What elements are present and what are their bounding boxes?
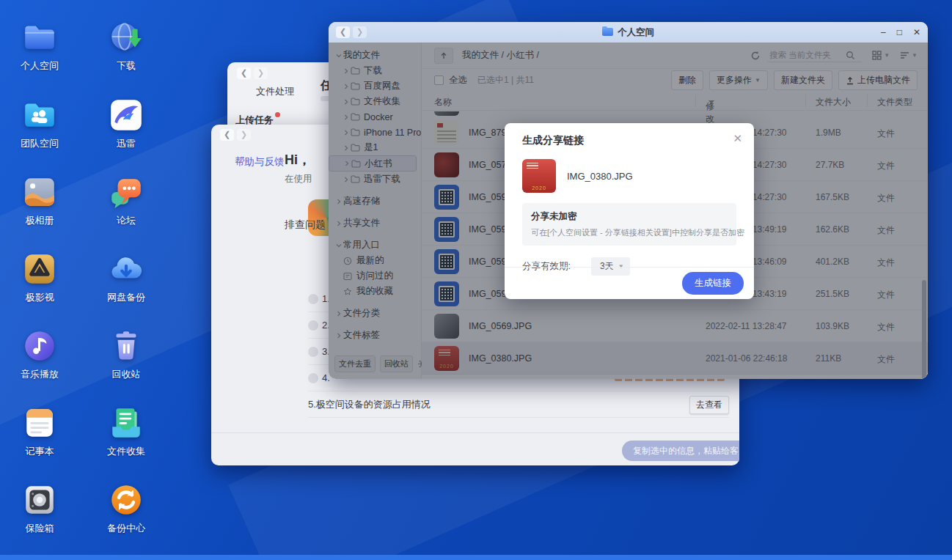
desktop-icon-photos[interactable]: 极相册 [6, 174, 73, 227]
share-file-name: IMG_0380.JPG [567, 171, 633, 182]
help-greeting: Hi， [285, 151, 311, 169]
forum-icon [92, 174, 160, 210]
status-circle-icon [308, 320, 318, 331]
window-personal-space: ❮ ❯ 个人空间 – □ ✕ 我的文件下载百度网盘文件收集DockeriPhon… [329, 22, 928, 379]
desktop-icon-label: 团队空间 [6, 137, 73, 150]
desktop-icon-label: 记事本 [6, 445, 73, 458]
back-button[interactable]: ❮ [220, 129, 234, 141]
forward-button[interactable]: ❯ [237, 129, 251, 141]
go-view-button[interactable]: 去查看 [689, 396, 729, 414]
help-item-label: 5.极空间设备的资源占用情况 [308, 398, 431, 411]
divider [211, 432, 739, 433]
desktop-icon-label: 保险箱 [6, 522, 73, 535]
desktop-icon-label: 网盘备份 [92, 291, 160, 304]
help-greeting-sub: 在使用 [285, 173, 312, 185]
back-button[interactable]: ❮ [237, 67, 251, 79]
personal-space-icon [6, 19, 73, 56]
status-circle-icon [308, 347, 318, 357]
file-thumbnail [522, 159, 556, 193]
movies-icon [6, 251, 73, 287]
desktop-icon-xunlei[interactable]: 迅雷 [92, 97, 160, 150]
share-link-dialog: 生成分享链接 ✕ IMG_0380.JPG 分享未加密 可在[个人空间设置 - … [505, 123, 754, 299]
help-item-5.: 5.极空间设备的资源占用情况去查看 [308, 391, 729, 418]
desktop-icon-notes[interactable]: 记事本 [6, 405, 73, 458]
backup-center-icon [92, 482, 160, 518]
desktop-icon-label: 下载 [92, 59, 160, 73]
desktop-icon-label: 备份中心 [92, 522, 160, 535]
status-circle-icon [308, 373, 318, 383]
desktop-icon-safe[interactable]: 保险箱 [6, 482, 73, 535]
file-collect-icon [92, 405, 160, 441]
status-circle-icon [308, 294, 318, 304]
close-icon[interactable]: ✕ [733, 132, 742, 145]
folder-icon [602, 28, 613, 36]
desktop-icon-label: 回收站 [92, 368, 160, 381]
notes-icon [6, 405, 73, 441]
team-space-icon [6, 97, 73, 133]
recycle-bin-icon [92, 328, 160, 364]
desktop-icon-recycle-bin[interactable]: 回收站 [92, 328, 160, 381]
window-title: 个人空间 [329, 26, 928, 39]
encryption-notice: 分享未加密 可在[个人空间设置 - 分享链接相关设置]中控制分享是否加密 [522, 203, 736, 246]
desktop-icon-personal-space[interactable]: 个人空间 [6, 19, 73, 73]
sidebar-item-help-feedback[interactable]: 帮助与反馈 [235, 155, 285, 169]
notification-dot [275, 112, 280, 117]
desktop-icon-music[interactable]: 音乐播放 [6, 328, 73, 381]
help-section-title: 排查问题 [285, 218, 326, 232]
close-button[interactable]: ✕ [913, 22, 920, 43]
desktop-icon-movies[interactable]: 极影视 [6, 251, 73, 304]
desktop-icon-label: 极影视 [6, 291, 73, 304]
photos-icon [6, 174, 73, 210]
sidebar-item-file-process[interactable]: 文件处理 [256, 85, 294, 98]
desktop-icon-label: 文件收集 [92, 445, 160, 458]
desktop-icon-team-space[interactable]: 团队空间 [6, 97, 73, 150]
music-icon [6, 328, 73, 364]
titlebar[interactable]: ❮ ❯ 个人空间 – □ ✕ [329, 22, 928, 43]
xunlei-icon [92, 97, 160, 133]
desktop-icon-cloud-backup[interactable]: 网盘备份 [92, 251, 160, 304]
generate-link-button[interactable]: 生成链接 [682, 272, 744, 295]
desktop-icon-label: 论坛 [92, 214, 160, 227]
maximize-button[interactable]: □ [897, 22, 902, 43]
dialog-title: 生成分享链接 [522, 134, 736, 147]
download-icon [92, 19, 160, 56]
desktop-icon-label: 迅雷 [92, 137, 160, 150]
desktop-icon-forum[interactable]: 论坛 [92, 174, 160, 227]
desktop-icon-backup-center[interactable]: 备份中心 [92, 482, 160, 535]
desktop-icon-label: 音乐播放 [6, 368, 73, 381]
safe-icon [6, 482, 73, 518]
taskbar-strip [0, 555, 952, 560]
desktop-icon-label: 极相册 [6, 214, 73, 227]
desktop-icon-download[interactable]: 下载 [92, 19, 160, 73]
forward-button[interactable]: ❯ [254, 67, 268, 79]
cloud-backup-icon [92, 251, 160, 287]
desktop-icon-label: 个人空间 [6, 59, 73, 73]
minimize-button[interactable]: – [881, 22, 886, 43]
copy-info-button[interactable]: 复制选中的信息，粘贴给客服 [622, 441, 739, 461]
desktop-icon-file-collect[interactable]: 文件收集 [92, 405, 160, 458]
